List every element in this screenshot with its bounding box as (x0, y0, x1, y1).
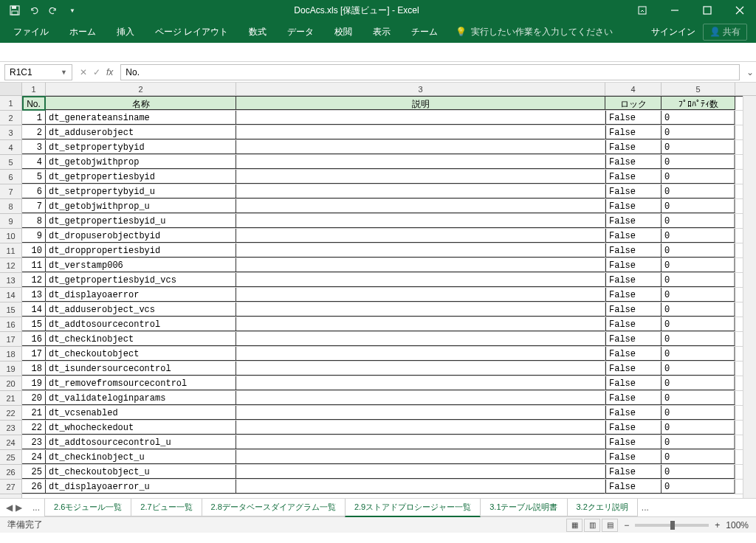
cell[interactable]: dt_addtosourcecontrol (46, 317, 236, 331)
cell[interactable] (236, 421, 605, 435)
cell[interactable]: 7 (22, 199, 46, 213)
cell[interactable]: False (605, 302, 662, 317)
cell[interactable] (236, 450, 605, 464)
formula-input[interactable]: No. (120, 64, 740, 80)
cell[interactable]: False (605, 288, 662, 302)
tab-team[interactable]: チーム (401, 21, 448, 43)
row-header[interactable]: 7 (0, 184, 21, 199)
cell[interactable]: 0 (662, 332, 735, 346)
tab-nav-buttons[interactable]: ◀ ▶ (0, 502, 28, 513)
tab-insert[interactable]: 挿入 (106, 21, 145, 43)
cell[interactable]: 0 (662, 214, 735, 228)
row-header[interactable]: 24 (0, 435, 21, 450)
cell[interactable]: 0 (662, 450, 735, 464)
col-header[interactable]: 3 (236, 83, 605, 95)
cell[interactable]: 23 (22, 435, 46, 449)
cell[interactable]: 0 (662, 273, 735, 287)
row-header[interactable]: 21 (0, 391, 21, 406)
cell[interactable]: False (605, 243, 662, 257)
row-header[interactable]: 14 (0, 288, 21, 302)
fx-icon[interactable]: fx (106, 67, 113, 77)
qat-customize-button[interactable]: ▼ (63, 1, 81, 19)
cell[interactable] (236, 406, 605, 420)
cell[interactable] (236, 465, 605, 479)
row-header[interactable]: 26 (0, 465, 21, 480)
tab-nav-next-icon[interactable]: ▶ (16, 502, 22, 513)
cell[interactable]: 22 (22, 421, 46, 435)
tab-review[interactable]: 校閲 (324, 21, 362, 43)
cell[interactable]: 10 (22, 243, 46, 257)
cell[interactable]: False (605, 125, 662, 139)
cell[interactable] (236, 435, 605, 449)
sheet-tab-ellipsis[interactable]: ... (28, 499, 44, 516)
sheet-tab-more[interactable]: ... (637, 499, 653, 516)
cell[interactable]: False (605, 465, 662, 479)
cell[interactable] (236, 170, 605, 184)
ribbon-options-button[interactable] (626, 0, 659, 21)
row-header[interactable]: 1 (0, 96, 21, 111)
cell[interactable] (236, 111, 605, 125)
row-header[interactable]: 17 (0, 332, 21, 347)
cell[interactable] (236, 362, 605, 376)
cell[interactable]: 26 (22, 480, 46, 494)
maximize-button[interactable] (691, 0, 724, 21)
cell[interactable] (236, 199, 605, 213)
cell[interactable]: 0 (662, 155, 735, 169)
cell[interactable]: dt_addtosourcecontrol_u (46, 435, 236, 449)
cell[interactable]: False (605, 450, 662, 464)
cell[interactable]: 2 (22, 125, 46, 139)
cell[interactable] (236, 376, 605, 390)
cell[interactable]: 0 (662, 125, 735, 139)
tab-formulas[interactable]: 数式 (238, 21, 277, 43)
cell[interactable]: False (605, 362, 662, 376)
cell[interactable] (236, 480, 605, 494)
cell[interactable]: False (605, 111, 662, 125)
cell[interactable]: 1 (22, 111, 46, 125)
share-button[interactable]: 👤 共有 (703, 24, 747, 41)
cell[interactable]: 0 (662, 480, 735, 494)
cell[interactable] (236, 332, 605, 346)
enter-formula-icon[interactable]: ✓ (93, 67, 100, 77)
sheet-tab[interactable]: 3.2クエリ説明 (567, 499, 638, 516)
cell[interactable]: dt_adduserobject_vcs (46, 302, 236, 317)
cell[interactable]: 0 (662, 258, 735, 272)
cell[interactable]: dt_setpropertybyid (46, 140, 236, 154)
name-box[interactable]: R1C1 ▼ (4, 64, 72, 80)
col-header[interactable]: 4 (605, 83, 662, 95)
cells-area[interactable]: No.名称説明ロックﾌﾟﾛﾊﾟﾃｨ数1dt_generateansinameFa… (22, 96, 743, 498)
cell[interactable]: 0 (662, 362, 735, 376)
row-header[interactable]: 20 (0, 376, 21, 391)
sheet-tab-active[interactable]: 2.9ストアドプロシージャー一覧 (345, 499, 481, 517)
cell[interactable]: dt_getpropertiesbyid_vcs (46, 273, 236, 287)
cell[interactable]: dt_checkinobject (46, 332, 236, 346)
tab-file[interactable]: ファイル (3, 21, 59, 43)
cell[interactable]: dt_dropuserobjectbyid (46, 229, 236, 243)
row-header[interactable]: 13 (0, 273, 21, 288)
minimize-button[interactable] (659, 0, 691, 21)
cell[interactable] (236, 125, 605, 139)
table-header-cell[interactable]: No. (22, 97, 46, 110)
cell[interactable]: dt_removefromsourcecontrol (46, 376, 236, 390)
tab-data[interactable]: データ (277, 21, 324, 43)
cell[interactable]: False (605, 229, 662, 243)
cell[interactable] (236, 214, 605, 228)
row-header[interactable]: 27 (0, 480, 21, 494)
cell[interactable]: 0 (662, 317, 735, 331)
sheet-tab[interactable]: 2.6モジュール一覧 (44, 499, 131, 516)
cell[interactable]: 19 (22, 376, 46, 390)
cell[interactable]: False (605, 258, 662, 272)
row-header[interactable]: 3 (0, 125, 21, 140)
cell[interactable]: 0 (662, 288, 735, 302)
row-header[interactable]: 16 (0, 317, 21, 332)
cell[interactable]: 0 (662, 406, 735, 420)
row-header[interactable]: 22 (0, 406, 21, 421)
cell[interactable]: False (605, 421, 662, 435)
save-button[interactable] (6, 1, 24, 19)
row-header[interactable]: 6 (0, 170, 21, 184)
cell[interactable]: False (605, 332, 662, 346)
cancel-formula-icon[interactable]: ✕ (80, 67, 87, 77)
cell[interactable]: 0 (662, 435, 735, 449)
row-header[interactable]: 12 (0, 258, 21, 273)
cell[interactable]: 21 (22, 406, 46, 420)
tell-me-search[interactable]: 💡 実行したい作業を入力してください (448, 26, 620, 38)
